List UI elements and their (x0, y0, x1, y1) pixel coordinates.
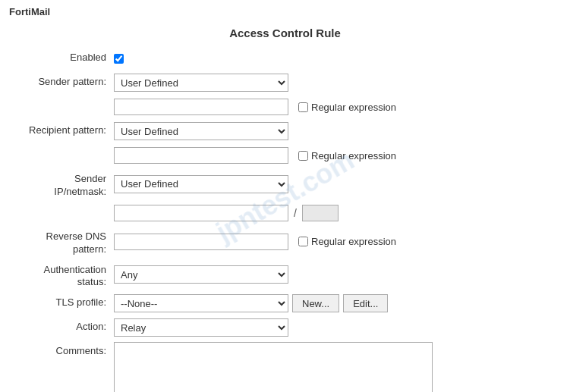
tls-edit-button[interactable]: Edit... (343, 294, 388, 312)
slash-divider: / (294, 207, 297, 219)
recipient-pattern-select[interactable]: User Defined Any Local User LDAP Group (114, 122, 288, 140)
sender-pattern-label: Sender pattern: (15, 73, 114, 89)
enabled-checkbox[interactable] (114, 54, 124, 64)
reverse-dns-regex-text: Regular expression (311, 236, 396, 247)
tls-new-button[interactable]: New... (292, 294, 339, 312)
reverse-dns-input[interactable]: * (114, 234, 288, 250)
sender-ip-label: Sender IP/netmask: (15, 170, 114, 199)
recipient-pattern-label: Recipient pattern: (15, 121, 114, 137)
sender-regex-checkbox[interactable] (298, 102, 308, 112)
sender-regex-label[interactable]: Regular expression (298, 102, 396, 113)
comments-textarea[interactable] (114, 342, 433, 392)
auth-status-select[interactable]: Any Authenticated Not Authenticated (114, 265, 288, 284)
sender-ip-mask-input[interactable]: 32 (302, 205, 339, 221)
reverse-dns-label: Reverse DNS pattern: (15, 227, 114, 256)
sender-regex-text: Regular expression (311, 102, 396, 113)
enabled-label: Enabled (15, 49, 114, 64)
auth-status-label: Authentication status: (15, 261, 114, 290)
sender-pattern-input[interactable]: *@example.com (114, 99, 288, 115)
page-title: Access Control Rule (0, 20, 570, 49)
recipient-regex-checkbox[interactable] (298, 151, 308, 161)
sender-ip-spacer (15, 203, 114, 206)
comments-label: Comments: (15, 342, 114, 358)
sender-pattern-select[interactable]: User Defined Any Local User LDAP Group (114, 74, 288, 92)
recipient-pattern-spacer (15, 146, 114, 149)
reverse-dns-regex-label[interactable]: Regular expression (298, 236, 396, 247)
recipient-regex-text: Regular expression (311, 150, 396, 162)
sender-pattern-spacer (15, 97, 114, 100)
app-title: FortiMail (0, 0, 570, 20)
recipient-regex-label[interactable]: Regular expression (298, 150, 396, 162)
recipient-pattern-input[interactable]: * (114, 147, 288, 164)
reverse-dns-regex-checkbox[interactable] (298, 237, 308, 246)
action-select[interactable]: Relay Accept Reject Discard Safe (114, 318, 288, 337)
sender-ip-select[interactable]: User Defined Any (114, 175, 288, 193)
sender-ip-input[interactable]: 10.0.1.100 (114, 205, 288, 221)
tls-profile-select[interactable]: --None-- (114, 294, 288, 312)
action-label: Action: (15, 318, 114, 334)
tls-profile-label: TLS profile: (15, 293, 114, 309)
